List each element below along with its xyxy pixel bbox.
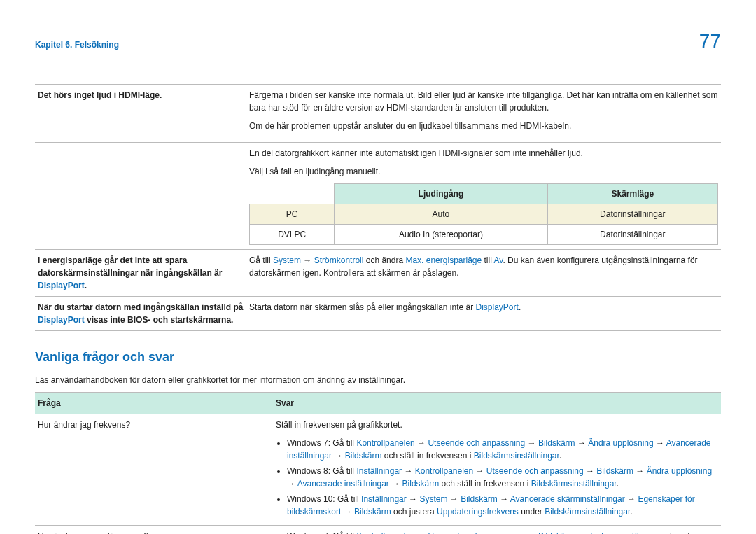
answer-cell: Gå till System → Strömkontroll och ändra… (246, 250, 721, 297)
link-av: Av (494, 255, 503, 265)
issue-text: När du startar datorn med ingångskällan … (38, 302, 243, 312)
table-row: När du startar datorn med ingångskällan … (35, 297, 721, 331)
answer-text: Gå till (249, 255, 273, 265)
link-bildskarmsinstallningar: Bildskärmsinställningar (545, 507, 630, 517)
arrow-icon: → (301, 255, 314, 265)
link-system: System (419, 494, 447, 504)
faq-row: Hur ändrar jag upplösningen? Windows 7: … (35, 526, 721, 534)
answer-text: Windows 10: Gå till (287, 494, 361, 504)
answer-text: Välj i så fall en ljudingång manuellt. (249, 165, 718, 178)
sub-cell: Audio In (stereoportar) (335, 225, 547, 245)
link-kontrollpanelen: Kontrollpanelen (356, 438, 414, 448)
faq-header: Fråga Svar (35, 392, 721, 414)
link-installningar: Inställningar (356, 466, 402, 476)
table-row: Det hörs inget ljud i HDMI-läge. Färgern… (35, 85, 721, 143)
faq-question: Hur ändrar jag upplösningen? (35, 530, 273, 534)
section-title: Vanliga frågor och svar (35, 348, 721, 367)
page-header: Kapitel 6. Felsökning 77 (35, 27, 721, 56)
faq-header-question: Fråga (35, 393, 273, 414)
faq-answer: Windows 7: Gå till Kontrollpanelen → Uts… (273, 530, 721, 534)
sub-th-input: Ljudingång (335, 184, 547, 204)
sub-row: DVI PC Audio In (stereoportar) Datorinst… (250, 225, 718, 245)
link-max-energi: Max. energisparläge (405, 255, 482, 265)
issue-text: I energisparläge går det inte att spara … (38, 255, 222, 278)
link-displayport: DisplayPort (476, 302, 519, 312)
list-item: Windows 8: Gå till Inställningar → Kontr… (287, 465, 718, 490)
answer-text: och ändra (363, 255, 405, 265)
sub-cell: Datorinställningar (547, 204, 718, 225)
link-bildskarmsinstallningar: Bildskärmsinställningar (474, 451, 559, 461)
link-bildskarm: Bildskärm (596, 466, 634, 476)
faq-answer: Ställ in frekvensen på grafikkortet. Win… (273, 419, 721, 521)
link-uppdateringsfrekvens: Uppdateringsfrekvens (437, 507, 519, 517)
faq-row: Hur ändrar jag frekvens? Ställ in frekve… (35, 414, 721, 526)
faq-header-answer: Svar (273, 393, 721, 414)
link-displayport: DisplayPort (38, 281, 85, 290)
issue-text: . (85, 281, 87, 290)
link-stromkontroll: Strömkontroll (314, 255, 364, 265)
section-intro: Läs användarhandboken för datorn eller g… (35, 374, 721, 386)
sub-cell: PC (250, 204, 335, 225)
answer-text: . (559, 451, 561, 461)
link-utseende: Utseende och anpassning (428, 531, 525, 534)
answer-text: . (630, 507, 632, 517)
answer-text: och justera (391, 507, 437, 517)
link-andra-upplosning: Ändra upplösning (647, 466, 712, 476)
sub-th-mode: Skärmläge (547, 184, 718, 204)
list-item: Windows 10: Gå till Inställningar → Syst… (287, 493, 718, 518)
sub-row: PC Auto Datorinställningar (250, 204, 718, 225)
link-bildskarm: Bildskärm (402, 479, 440, 489)
issue-cell: När du startar datorn med ingångskällan … (35, 297, 246, 331)
answer-text: och ställ in frekvensen i (382, 451, 473, 461)
link-kontrollpanelen: Kontrollpanelen (415, 466, 473, 476)
answer-text: Windows 7: Gå till (287, 531, 356, 534)
link-andra-upplosning: Ändra upplösning (588, 438, 653, 448)
issue-cell: I energisparläge går det inte att spara … (35, 250, 246, 297)
answer-text: Windows 8: Gå till (287, 466, 356, 476)
answer-text: under (519, 507, 545, 517)
sub-cell: Datorinställningar (547, 225, 718, 245)
link-bildskarm: Bildskärm (354, 507, 391, 517)
link-avancerade-skarm: Avancerade skärminställningar (510, 494, 625, 504)
answer-text: och ställ in frekvensen i (439, 479, 531, 489)
sub-table: Ljudingång Skärmläge PC Auto Datorinstäl… (249, 183, 718, 245)
link-installningar: Inställningar (361, 494, 407, 504)
answer-lead: Ställ in frekvensen på grafikkortet. (276, 419, 718, 431)
table-row: En del datorgrafikkort känner inte autom… (35, 143, 721, 250)
link-bildskarm: Bildskärm (461, 494, 498, 504)
breadcrumb[interactable]: Kapitel 6. Felsökning (35, 38, 119, 51)
answer-text: Windows 7: Gå till (287, 438, 356, 448)
troubleshoot-table: Det hörs inget ljud i HDMI-läge. Färgern… (35, 84, 721, 331)
answer-cell: Starta datorn när skärmen slås på eller … (246, 297, 721, 331)
link-bildskarm: Bildskärm (538, 531, 575, 534)
answer-text: En del datorgrafikkort känner inte autom… (249, 147, 718, 160)
sub-cell: DVI PC (250, 225, 335, 245)
table-row: I energisparläge går det inte att spara … (35, 250, 721, 297)
faq-question: Hur ändrar jag frekvens? (35, 419, 273, 521)
answer-text: Om de här problemen uppstår ansluter du … (249, 120, 718, 132)
link-bildskarm: Bildskärm (345, 451, 382, 461)
answer-text: . (617, 479, 619, 489)
issue-cell: Det hörs inget ljud i HDMI-läge. (35, 85, 246, 143)
sub-cell: Auto (335, 204, 547, 225)
link-bildskarm: Bildskärm (538, 438, 575, 448)
link-bildskarmsinstallningar: Bildskärmsinställningar (531, 479, 617, 489)
page-number: 77 (699, 27, 721, 56)
answer-text: Färgerna i bilden ser kanske inte normal… (249, 89, 718, 114)
answer-text: . (519, 302, 521, 312)
link-avancerade: Avancerade inställningar (298, 479, 389, 489)
sub-th-blank (250, 184, 335, 204)
link-utseende: Utseende och anpassning (428, 438, 525, 448)
link-system: System (273, 255, 301, 265)
answer-cell: Färgerna i bilden ser kanske inte normal… (246, 85, 721, 143)
answer-cell: En del datorgrafikkort känner inte autom… (246, 143, 721, 250)
link-kontrollpanelen: Kontrollpanelen (356, 531, 414, 534)
answer-text: till (482, 255, 493, 265)
answer-text: Starta datorn när skärmen slås på eller … (249, 302, 476, 312)
list-item: Windows 7: Gå till Kontrollpanelen → Uts… (287, 437, 718, 462)
link-displayport: DisplayPort (38, 315, 85, 325)
link-justera-upplosning: Justera upplösning (588, 531, 659, 534)
list-item: Windows 7: Gå till Kontrollpanelen → Uts… (287, 530, 718, 534)
issue-text: visas inte BIOS- och startskärmarna. (85, 315, 234, 325)
link-utseende: Utseende och anpassning (486, 466, 584, 476)
